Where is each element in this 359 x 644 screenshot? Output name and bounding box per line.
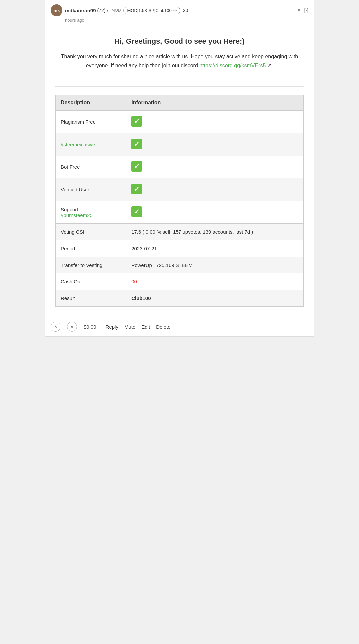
hours-number: 20 xyxy=(183,8,188,13)
table-row: #steemexlusive xyxy=(56,133,304,156)
external-link-icon: ↗ xyxy=(267,63,272,68)
upvote-icon: ∧ xyxy=(54,324,57,329)
upvote-button[interactable]: ∧ xyxy=(51,322,60,332)
table-cell-description: Voting CSI xyxy=(56,224,126,240)
col-information-header: Information xyxy=(126,95,304,111)
table-cell-info xyxy=(126,178,304,201)
hours-ago-text: hours ago xyxy=(65,18,84,23)
dropdown-arrow-icon[interactable]: ▾ xyxy=(107,8,109,13)
delete-button[interactable]: Delete xyxy=(156,324,170,330)
table-row: Verified User xyxy=(56,178,304,201)
mute-button[interactable]: Mute xyxy=(124,324,135,330)
table-cell-info xyxy=(126,156,304,178)
greeting-title: Hi, Greetings, Good to see you Here:) xyxy=(55,37,304,46)
table-cell-info xyxy=(126,111,304,133)
discord-link[interactable]: https://discord.gg/ksmVErs5 xyxy=(199,63,266,68)
reputation: (72) xyxy=(97,8,106,13)
username-block: mdkamran99 (72) ▾ xyxy=(65,8,109,13)
result-value: Club100 xyxy=(131,295,151,301)
table-cell-info xyxy=(126,133,304,156)
post-header: mk mdkamran99 (72) ▾ MOD MOD|1.5K SP|Clu… xyxy=(45,0,314,27)
table-row: Bot Free xyxy=(56,156,304,178)
username[interactable]: mdkamran99 xyxy=(65,8,96,13)
col-description-header: Description xyxy=(56,95,126,111)
flag-icon[interactable]: ⚑ xyxy=(297,8,301,13)
post-container: mk mdkamran99 (72) ▾ MOD MOD|1.5K SP|Clu… xyxy=(45,0,314,337)
burnsteem-link[interactable]: #burnsteem25 xyxy=(61,212,93,218)
checkmark-icon xyxy=(131,184,142,194)
hours-ago: hours ago xyxy=(51,18,308,23)
divider-top xyxy=(55,78,304,78)
table-cell-description: Result xyxy=(56,290,126,307)
table-cell-info xyxy=(126,201,304,224)
downvote-icon: ∨ xyxy=(70,324,74,329)
checkmark-icon xyxy=(131,206,142,217)
edit-button[interactable]: Edit xyxy=(141,324,150,330)
payout-value: $0.00 xyxy=(84,324,96,330)
checkmark-icon xyxy=(131,161,142,172)
table-cell-info: 17.6 ( 0.00 % self, 157 upvotes, 139 acc… xyxy=(126,224,304,240)
post-body: Hi, Greetings, Good to see you Here:) Th… xyxy=(45,27,314,317)
table-cell-description: #steemexlusive xyxy=(56,133,126,156)
table-cell-description: Period xyxy=(56,240,126,257)
table-cell-description: Transfer to Vesting xyxy=(56,257,126,273)
info-table: Description Information Plagiarism Free#… xyxy=(55,95,304,307)
collapse-button[interactable]: [-] xyxy=(304,8,308,13)
table-row: Support#burnsteem25 xyxy=(56,201,304,224)
greeting-text: Thank you very much for sharing a nice a… xyxy=(55,52,304,70)
table-row: Period2023-07-21 xyxy=(56,240,304,257)
table-cell-description: Cash Out xyxy=(56,273,126,290)
table-header-row: Description Information xyxy=(56,95,304,111)
table-cell-description: Support#burnsteem25 xyxy=(56,201,126,224)
reply-button[interactable]: Reply xyxy=(106,324,118,330)
steemexlusive-link[interactable]: #steemexlusive xyxy=(61,142,95,147)
table-cell-description: Verified User xyxy=(56,178,126,201)
avatar: mk xyxy=(51,4,62,16)
period: . xyxy=(272,63,273,68)
downvote-button[interactable]: ∨ xyxy=(67,322,77,332)
footer-actions: Reply Mute Edit Delete xyxy=(106,324,171,330)
edit-icon: ✏ xyxy=(173,8,177,13)
checkmark-icon xyxy=(131,116,142,127)
cash-out-value: 00 xyxy=(131,279,137,284)
tag-badge[interactable]: MOD|1.5K SP|Club100 ✏ xyxy=(123,7,180,14)
support-label: Support xyxy=(61,207,78,212)
table-cell-info: Club100 xyxy=(126,290,304,307)
header-right: ⚑ [-] xyxy=(297,8,308,13)
table-cell-info: 2023-07-21 xyxy=(126,240,304,257)
table-cell-info: 00 xyxy=(126,273,304,290)
table-row: Voting CSI17.6 ( 0.00 % self, 157 upvote… xyxy=(56,224,304,240)
table-cell-description: Bot Free xyxy=(56,156,126,178)
post-footer: ∧ ∨ $0.00 Reply Mute Edit Delete xyxy=(45,317,314,336)
table-cell-description: Plagiarism Free xyxy=(56,111,126,133)
tag-badge-text: MOD|1.5K SP|Club100 xyxy=(127,8,171,13)
checkmark-icon xyxy=(131,139,142,149)
table-row: Plagiarism Free xyxy=(56,111,304,133)
table-row: ResultClub100 xyxy=(56,290,304,307)
divider-bottom xyxy=(55,86,304,87)
table-row: Cash Out00 xyxy=(56,273,304,290)
table-row: Transfer to VestingPowerUp : 725.169 STE… xyxy=(56,257,304,273)
mod-badge: MOD xyxy=(111,8,121,13)
table-cell-info: PowerUp : 725.169 STEEM xyxy=(126,257,304,273)
